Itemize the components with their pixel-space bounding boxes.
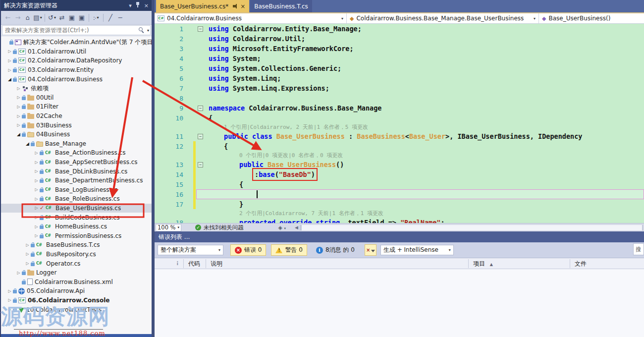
error-list-body[interactable] xyxy=(155,269,644,337)
column-project[interactable]: 项目 ▲ xyxy=(473,260,493,268)
tab-pin-icon[interactable] xyxy=(233,4,237,9)
twistie-icon[interactable]: ▷ xyxy=(15,95,22,100)
tab-base-userbusiness[interactable]: Base_UserBusiness.cs* × xyxy=(156,0,249,12)
window-position-icon[interactable]: ▾ xyxy=(129,2,132,9)
messages-filter-button[interactable]: i 8消息 的 0 xyxy=(312,244,359,256)
tree-item-03-coldairarrow-entity[interactable]: ▷C#03.Coldairarrow.Entity xyxy=(1,65,152,75)
tree-item--[interactable]: ▷依赖项 xyxy=(1,84,152,93)
show-all-files-icon[interactable]: ▣ xyxy=(77,13,86,23)
twistie-icon[interactable]: ▷ xyxy=(33,151,40,155)
tree-item-01filter[interactable]: ▷01Filter xyxy=(1,102,152,112)
tree-item-05-coldairarrow-api[interactable]: ▷05.Coldairarrow.Api xyxy=(1,286,152,296)
tree-item-base-appsecretbusiness-cs[interactable]: ▷C#Base_AppSecretBusiness.cs xyxy=(1,158,152,167)
tree-item-basebusiness-t-cs[interactable]: ▷C#BaseBusiness.T.cs xyxy=(1,240,152,250)
collapse-box-icon[interactable]: − xyxy=(198,106,203,111)
twistie-icon[interactable]: ▷ xyxy=(33,206,40,210)
twistie-icon[interactable]: ▷ xyxy=(6,289,13,293)
pending-changes-filter-icon[interactable]: ↺▾ xyxy=(48,13,56,23)
tree-item-buildcodebusiness-cs[interactable]: ▷C#BuildCodeBusiness.cs xyxy=(1,213,152,222)
twistie-icon[interactable]: ▷ xyxy=(33,233,40,238)
tree-item-coldairarrow-business-xml[interactable]: Coldairarrow.Business.xml xyxy=(1,277,152,286)
tree-item-base-userbusiness-cs[interactable]: ▷✓C#Base_UserBusiness.cs xyxy=(1,204,152,213)
code-editor[interactable]: 1−using Coldairarrow.Entity.Base_Manage;… xyxy=(155,24,644,223)
search-icon[interactable] xyxy=(139,27,143,31)
build-intellisense-dropdown[interactable]: 生成 + IntelliSense▾ xyxy=(380,245,454,255)
tree-item-base-rolebusiness-cs[interactable]: ▷C#Base_RoleBusiness.cs xyxy=(1,194,152,204)
back-icon[interactable]: ← xyxy=(3,13,12,23)
column-file[interactable]: 文件 xyxy=(575,260,587,268)
tree-item-01-coldairarrow-util[interactable]: ▷C#01.Coldairarrow.Util xyxy=(1,47,152,56)
twistie-icon[interactable]: ▷ xyxy=(6,298,13,302)
twistie-icon[interactable]: ▷ xyxy=(33,215,40,220)
zoom-level-dropdown[interactable]: 100 %▾ xyxy=(156,224,181,231)
scope-dropdown[interactable]: 整个解决方案▾ xyxy=(158,245,223,255)
tree-item-homebusiness-cs[interactable]: ▷C#HomeBusiness.cs xyxy=(1,222,152,231)
twistie-icon[interactable]: ▷ xyxy=(15,86,22,91)
tab-basebusiness-t[interactable]: BaseBusiness.T.cs xyxy=(250,0,312,12)
horizontal-scrollbar[interactable]: ◀ xyxy=(295,225,643,231)
twistie-icon[interactable]: ▷ xyxy=(15,271,22,275)
warnings-filter-button[interactable]: 警告 0 xyxy=(271,244,307,256)
tree-item-02-coldairarrow-datarepository[interactable]: ▷C#02.Coldairarrow.DataRepository xyxy=(1,56,152,65)
search-input[interactable] xyxy=(2,25,151,35)
close-icon[interactable]: × xyxy=(144,2,149,9)
twistie-icon[interactable]: ▷ xyxy=(33,187,40,192)
twistie-icon[interactable]: ▷ xyxy=(33,169,40,173)
clear-filter-button[interactable]: × xyxy=(365,244,376,256)
properties-wrench-icon[interactable]: ╱ xyxy=(106,13,115,23)
tree-item-base-logbusiness-cs[interactable]: ▷C#Base_LogBusiness.cs xyxy=(1,185,152,195)
tree-item-10-coldairarrow-unittests[interactable]: ▷10.Coldairarrow.UnitTests xyxy=(1,305,152,314)
tree-item-operator-cs[interactable]: ▷C#Operator.cs xyxy=(1,259,152,268)
collapse-box-icon[interactable]: − xyxy=(198,26,203,32)
scroll-left-icon[interactable]: ◀ xyxy=(295,225,298,230)
twistie-icon[interactable]: ◢ xyxy=(24,141,31,146)
pin-icon[interactable] xyxy=(136,2,140,9)
tree-item-permissionbusiness-cs[interactable]: ▷C#PermissionBusiness.cs xyxy=(1,231,152,240)
tree-item-03ibusiness[interactable]: ▷03IBusiness xyxy=(1,120,152,130)
twistie-icon[interactable]: ▷ xyxy=(6,307,13,312)
twistie-icon[interactable]: ▷ xyxy=(15,114,22,118)
tree-item-06-coldairarrow-console[interactable]: ▷C#06.Coldairarrow.Console xyxy=(1,296,152,305)
forward-icon[interactable]: → xyxy=(13,13,22,23)
home-icon[interactable]: ⌂ xyxy=(23,13,32,23)
tree-item-busrepository-cs[interactable]: ▷C#BusRepository.cs xyxy=(1,250,152,259)
twistie-icon[interactable]: ▷ xyxy=(24,252,31,256)
scrollbar-thumb[interactable] xyxy=(302,225,642,230)
switch-views-icon[interactable]: ▤▾ xyxy=(33,13,42,23)
twistie-icon[interactable]: ▷ xyxy=(15,105,22,109)
twistie-icon[interactable]: ▷ xyxy=(24,243,31,247)
twistie-icon[interactable]: ▷ xyxy=(33,225,40,229)
code-cleanup-icon[interactable]: ◈ ▾ xyxy=(278,225,286,231)
tree-item-04business[interactable]: ◢04Business xyxy=(1,130,152,139)
type-dropdown[interactable]: ◆ Coldairarrow.Business.Base_Manage.Base… xyxy=(347,13,539,23)
twistie-icon[interactable]: ◢ xyxy=(15,132,22,137)
tree-item-base-dblinkbusiness-cs[interactable]: ▷C#Base_DbLinkBusiness.cs xyxy=(1,167,152,176)
twistie-icon[interactable]: ▷ xyxy=(24,261,31,266)
collapse-box-icon[interactable]: − xyxy=(198,134,203,139)
twistie-icon[interactable]: ◢ xyxy=(6,77,13,82)
tree-item-02cache[interactable]: ▷02Cache xyxy=(1,112,152,121)
sync-selection-icon[interactable]: ჻▾ xyxy=(92,13,101,23)
tree-item-logger[interactable]: ▷Logger xyxy=(1,268,152,278)
tree-item-04-coldairarrow-business[interactable]: ◢C#04.Coldairarrow.Business xyxy=(1,74,152,84)
twistie-icon[interactable]: ▷ xyxy=(15,123,22,127)
twistie-icon[interactable]: ▷ xyxy=(33,197,40,201)
tree-item-base-departmentbusiness-cs[interactable]: ▷C#Base_DepartmentBusiness.cs xyxy=(1,176,152,185)
preview-selected-items-icon[interactable]: ▣ xyxy=(67,13,76,23)
error-list-search-box[interactable]: 搜 xyxy=(633,243,644,255)
collapse-all-icon[interactable]: − xyxy=(116,13,125,23)
search-dropdown-icon[interactable]: ▾ xyxy=(147,28,149,33)
member-dropdown[interactable]: ◆ Base_UserBusiness() xyxy=(539,13,644,23)
column-description[interactable]: 说明 xyxy=(211,260,222,268)
twistie-icon[interactable]: ▷ xyxy=(6,58,13,63)
tree-item-base-actionbusiness-cs[interactable]: ▷C#Base_ActionBusiness.cs xyxy=(1,148,152,158)
twistie-icon[interactable]: ▷ xyxy=(6,68,13,72)
twistie-icon[interactable]: ▷ xyxy=(33,178,40,183)
twistie-icon[interactable]: ▷ xyxy=(33,160,40,165)
tab-close-icon[interactable]: × xyxy=(240,3,245,10)
scrollbar-track[interactable] xyxy=(300,225,643,230)
column-code[interactable]: 代码 xyxy=(188,260,200,268)
sync-with-active-document-icon[interactable]: ⇄ xyxy=(57,13,66,23)
tree-item-base-manage[interactable]: ◢Base_Manage xyxy=(1,139,152,149)
tree-item--colder-admin-antdvue-7-[interactable]: 解决方案"Colder.Admin.AntdVue"(第 7 个项目，共 xyxy=(1,38,152,47)
